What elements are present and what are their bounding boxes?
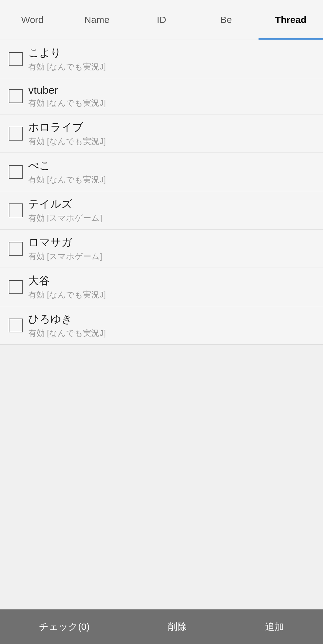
list-item: ロマサガ有効 [スマホゲーム]	[0, 230, 323, 268]
list-item: ホロライブ有効 [なんでも実況J]	[0, 114, 323, 153]
item-text: ひろゆき有効 [なんでも実況J]	[28, 312, 106, 339]
item-subtitle: 有効 [なんでも実況J]	[28, 61, 106, 72]
item-subtitle: 有効 [スマホゲーム]	[28, 213, 102, 224]
item-checkbox-2[interactable]	[9, 127, 23, 141]
item-title: ぺこ	[28, 158, 106, 173]
list-container: こより有効 [なんでも実況J]vtuber有効 [なんでも実況J]ホロライブ有効…	[0, 40, 323, 609]
item-text: ロマサガ有効 [スマホゲーム]	[28, 235, 102, 262]
tab-word[interactable]: Word	[0, 0, 64, 40]
item-subtitle: 有効 [なんでも実況J]	[28, 174, 106, 185]
bottom-bar: チェック(0) 削除 追加	[0, 609, 323, 644]
item-checkbox-5[interactable]	[9, 242, 23, 256]
item-text: 大谷有効 [なんでも実況J]	[28, 274, 106, 300]
item-checkbox-0[interactable]	[9, 52, 23, 66]
item-title: こより	[28, 46, 106, 60]
tab-id[interactable]: ID	[129, 0, 194, 40]
item-title: ひろゆき	[28, 312, 106, 326]
list-item: 大谷有効 [なんでも実況J]	[0, 268, 323, 306]
item-subtitle: 有効 [スマホゲーム]	[28, 251, 102, 262]
checkbox-wrapper	[6, 89, 25, 103]
item-subtitle: 有効 [なんでも実況J]	[28, 136, 106, 147]
list-item: vtuber有効 [なんでも実況J]	[0, 78, 323, 114]
checkbox-wrapper	[6, 319, 25, 332]
check-button[interactable]: チェック(0)	[33, 617, 96, 636]
item-text: こより有効 [なんでも実況J]	[28, 46, 106, 72]
list-item: ぺこ有効 [なんでも実況J]	[0, 153, 323, 191]
item-title: ロマサガ	[28, 235, 102, 250]
header-tabs: WordNameIDBeThread	[0, 0, 323, 40]
item-text: vtuber有効 [なんでも実況J]	[28, 84, 106, 108]
item-checkbox-4[interactable]	[9, 203, 23, 217]
checkbox-wrapper	[6, 203, 25, 217]
item-checkbox-3[interactable]	[9, 165, 23, 179]
item-title: 大谷	[28, 274, 106, 288]
item-text: テイルズ有効 [スマホゲーム]	[28, 197, 102, 224]
item-title: vtuber	[28, 84, 106, 96]
item-subtitle: 有効 [なんでも実況J]	[28, 289, 106, 300]
checkbox-wrapper	[6, 242, 25, 256]
tab-name[interactable]: Name	[64, 0, 129, 40]
tab-be[interactable]: Be	[194, 0, 258, 40]
item-checkbox-7[interactable]	[9, 319, 23, 332]
item-subtitle: 有効 [なんでも実況J]	[28, 328, 106, 339]
tab-thread[interactable]: Thread	[259, 0, 323, 40]
checkbox-wrapper	[6, 52, 25, 66]
list-item: ひろゆき有効 [なんでも実況J]	[0, 306, 323, 345]
checkbox-wrapper	[6, 127, 25, 141]
checkbox-wrapper	[6, 280, 25, 294]
item-text: ホロライブ有効 [なんでも実況J]	[28, 120, 106, 147]
item-subtitle: 有効 [なんでも実況J]	[28, 97, 106, 108]
item-title: テイルズ	[28, 197, 102, 211]
item-text: ぺこ有効 [なんでも実況J]	[28, 158, 106, 185]
checkbox-wrapper	[6, 165, 25, 179]
item-checkbox-6[interactable]	[9, 280, 23, 294]
item-checkbox-1[interactable]	[9, 89, 23, 103]
list-item: テイルズ有効 [スマホゲーム]	[0, 191, 323, 230]
list-item: こより有効 [なんでも実況J]	[0, 40, 323, 78]
add-button[interactable]: 追加	[259, 617, 290, 636]
item-title: ホロライブ	[28, 120, 106, 135]
delete-button[interactable]: 削除	[162, 617, 193, 636]
